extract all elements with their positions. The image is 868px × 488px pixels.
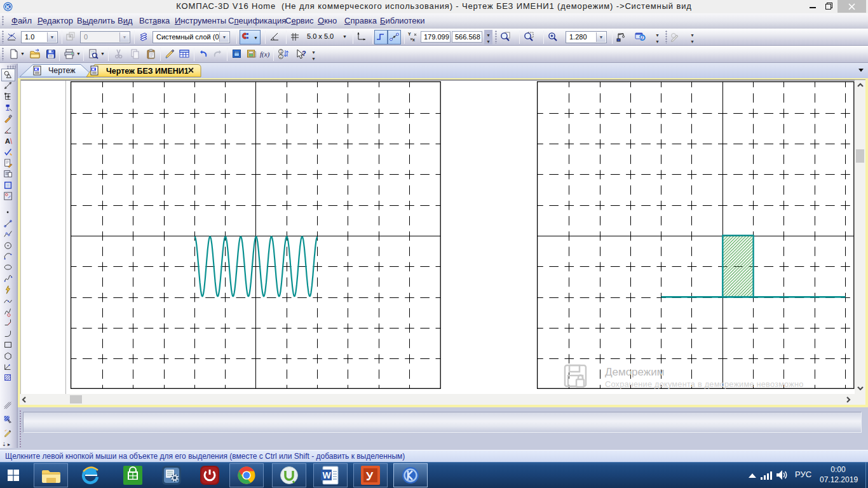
property-area [0,407,868,450]
svg-text:Чертеж: Чертеж [48,66,76,75]
kompas[interactable] [401,466,420,485]
power[interactable] [200,466,219,485]
store[interactable] [123,466,142,485]
svg-text:У: У [366,470,374,483]
taskbar: W У РУС 0:0007.12.2019 [0,462,868,488]
statusbar: Щелкните левой кнопкой мыши на объекте д… [0,450,868,462]
ie[interactable] [81,466,99,484]
settings[interactable] [162,466,181,485]
word[interactable]: W [321,466,340,485]
demo-icon [564,364,589,390]
left-toolbar: A⇣ ▸ [0,63,18,448]
svg-text:W: W [323,470,332,480]
start[interactable] [8,470,19,481]
kompas-3d-window: K КОМПАС-3D V16 Home (Не для коммерческо… [0,0,868,488]
explorer[interactable] [41,466,60,484]
kompas-viewer[interactable]: У [361,466,380,485]
utorrent[interactable] [280,466,299,485]
hscroll [20,394,865,405]
svg-text:A: A [5,137,11,145]
vscroll [855,80,865,394]
chrome[interactable] [237,466,256,485]
tabs: Чертеж Чертеж БЕЗ ИМЕНИ1 [0,63,868,78]
svg-text:Чертеж БЕЗ ИМЕНИ1: Чертеж БЕЗ ИМЕНИ1 [106,67,189,76]
